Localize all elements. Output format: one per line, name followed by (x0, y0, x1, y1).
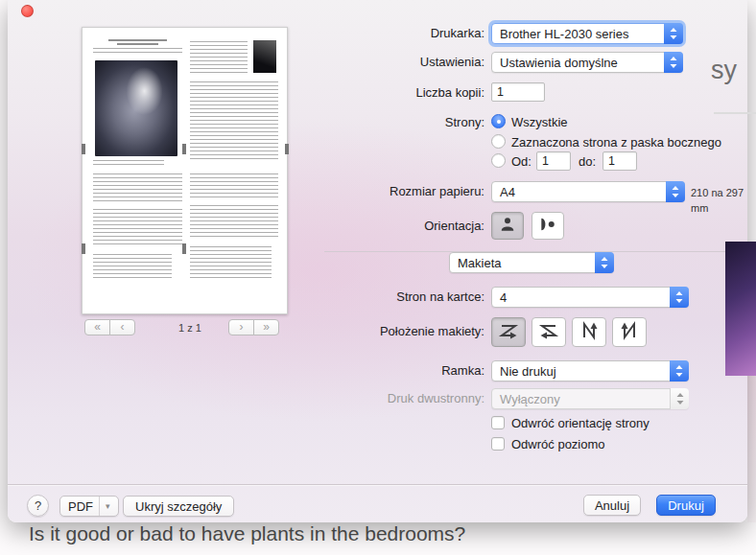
preview-text-lines (93, 48, 182, 56)
chevron-updown-icon (670, 360, 689, 382)
preview-text-lines (190, 41, 248, 76)
preview-mini-page-4 (190, 173, 278, 302)
chevron-down-icon: ▾ (99, 497, 110, 516)
pages-per-sheet-label: Stron na kartce: (283, 289, 484, 305)
print-dialog-sheet: « ‹ 1 z 1 › » Drukarka: Brother HL-2030 … (8, 0, 747, 522)
preview-text-lines (93, 173, 182, 202)
landscape-person-icon (538, 215, 557, 238)
orientation-landscape-button[interactable] (532, 212, 564, 240)
layout-column-reverse-icon (619, 320, 640, 345)
border-label: Ramka: (283, 363, 484, 379)
layout-s-icon (538, 320, 559, 345)
preview-edge-mark (182, 243, 186, 254)
chevron-updown-icon (670, 388, 689, 409)
preview-text-lines (190, 173, 278, 198)
chevron-updown-icon (664, 23, 683, 44)
pages-all-label: Wszystkie (511, 115, 568, 130)
background-divider (714, 112, 756, 114)
orientation-portrait-button[interactable] (491, 212, 524, 240)
preview-edge-mark (82, 243, 85, 254)
chevron-updown-icon (595, 252, 614, 273)
paper-dimensions: 210 na 297 mm (691, 185, 747, 216)
layout-z-icon (498, 320, 519, 345)
printer-value: Brother HL-2030 series (492, 27, 664, 41)
cancel-button-label: Anuluj (595, 498, 629, 513)
duplex-value: Wyłączony (492, 392, 670, 406)
preview-title-bar (108, 39, 167, 41)
hide-details-label: Ukryj szczegóły (135, 499, 222, 514)
presets-value: Ustawienia domyślne (492, 56, 664, 70)
pages-range-radio[interactable] (491, 153, 506, 168)
preview-mini-page-1 (93, 37, 182, 166)
pages-all-radio[interactable] (491, 114, 506, 128)
paper-size-label: Rozmiar papieru: (283, 184, 484, 199)
pages-label: Strony: (283, 115, 484, 130)
pages-per-sheet-dropdown[interactable]: 4 (491, 287, 689, 308)
portrait-person-icon (498, 215, 517, 238)
cancel-button[interactable]: Anuluj (583, 495, 641, 516)
pdf-menu-button[interactable]: PDF ▾ (59, 496, 119, 517)
preview-edge-mark (82, 144, 85, 154)
preview-text-lines (93, 209, 182, 247)
border-value: Nie drukuj (492, 364, 670, 379)
preview-text-lines (93, 254, 172, 281)
flip-horizontal-checkbox[interactable] (491, 437, 505, 451)
background-heading-fragment: sy (711, 56, 737, 85)
hide-details-button[interactable]: Ukryj szczegóły (123, 496, 234, 517)
pages-per-sheet-value: 4 (492, 290, 670, 305)
layout-direction-column-button[interactable] (572, 317, 606, 347)
layout-direction-column-reverse-button[interactable] (612, 317, 647, 347)
preview-mini-page-2 (190, 37, 278, 166)
print-button-label: Drukuj (668, 498, 704, 513)
flip-horizontal-label: Odwróć poziomo (511, 437, 605, 452)
section-dropdown[interactable]: Makieta (449, 252, 614, 273)
background-pink-strip (747, 376, 756, 522)
preview-figure-image (95, 60, 177, 156)
next-page-button[interactable]: › (228, 319, 254, 335)
chevron-updown-icon (664, 52, 683, 73)
print-preview-page (82, 27, 288, 314)
pages-sidebar-radio[interactable] (491, 134, 506, 149)
screen: sy Is it good or bad to have plants in t… (0, 0, 756, 555)
layout-direction-label: Położenie makiety: (283, 324, 484, 339)
border-dropdown[interactable]: Nie drukuj (491, 360, 689, 382)
layout-direction-s-button[interactable] (532, 317, 566, 347)
presets-label: Ustawienia: (283, 55, 484, 70)
preview-nav-forward-group: › » (228, 319, 279, 335)
printer-label: Drukarka: (283, 26, 484, 41)
layout-column-icon (579, 320, 600, 345)
pages-from-input[interactable] (536, 151, 571, 171)
pages-sidebar-label: Zaznaczona strona z paska bocznego (511, 135, 721, 150)
preview-mini-page-3 (93, 173, 182, 302)
close-window-button[interactable] (21, 5, 34, 17)
duplex-label: Druk dwustronny: (283, 391, 484, 406)
help-button[interactable]: ? (27, 495, 49, 517)
preview-edge-mark (182, 144, 186, 154)
chevron-updown-icon (670, 287, 689, 308)
print-button[interactable]: Drukuj (656, 495, 716, 516)
copies-input[interactable] (491, 82, 545, 102)
last-page-button[interactable]: » (253, 319, 279, 335)
reverse-orientation-checkbox[interactable] (491, 416, 505, 429)
previous-page-button[interactable]: ‹ (109, 319, 135, 335)
duplex-dropdown: Wyłączony (491, 388, 689, 409)
background-image-strip (725, 242, 756, 376)
layout-direction-z-button[interactable] (491, 317, 526, 347)
pages-to-input[interactable] (602, 151, 637, 171)
preview-nav-back-group: « ‹ (84, 319, 135, 335)
orientation-label: Orientacja: (283, 219, 484, 234)
paper-size-dropdown[interactable]: A4 (491, 181, 685, 202)
pdf-button-label: PDF (68, 499, 93, 514)
page-indicator: 1 z 1 (152, 322, 228, 334)
preview-text-lines (93, 160, 164, 167)
preview-small-image (253, 40, 276, 73)
presets-dropdown[interactable]: Ustawienia domyślne (491, 52, 683, 73)
question-mark-icon: ? (35, 498, 41, 513)
preview-text-lines (190, 205, 278, 240)
printer-dropdown[interactable]: Brother HL-2030 series (491, 23, 683, 44)
background-page-text: Is it good or bad to have plants in the … (29, 522, 465, 545)
preview-text-lines (190, 81, 278, 160)
reverse-orientation-label: Odwróć orientację strony (511, 416, 650, 431)
copies-label: Liczba kopii: (283, 85, 484, 101)
first-page-button[interactable]: « (84, 319, 110, 335)
